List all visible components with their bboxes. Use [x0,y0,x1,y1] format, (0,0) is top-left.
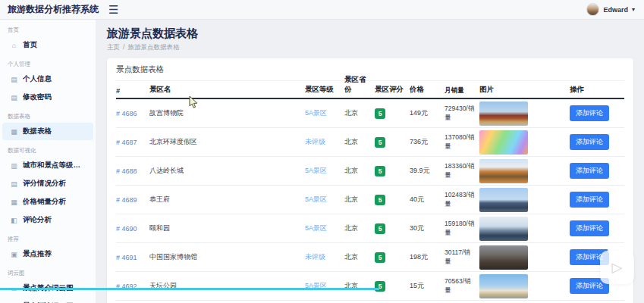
price: 30元 [410,223,445,233]
score-badge: 5 [375,252,385,263]
sidebar-item-profile[interactable]: ▤ 个人信息 [2,70,93,88]
monthly-sales: 70563/销量 [445,277,479,295]
sidebar-item-recommend[interactable]: ▣ 景点推荐 [2,245,93,263]
column-header: 价格 [410,85,445,95]
sidebar-section-label: 推荐 [8,236,88,243]
level-link[interactable]: 未评级 [305,253,325,261]
sidebar-item-chart-comment[interactable]: ◧ 评论分析 [2,211,93,229]
attraction-name: 颐和园 [149,223,305,233]
column-header: 图片 [479,85,570,95]
home-icon: ⌂ [10,42,18,49]
add-comment-button[interactable]: 添加评论 [570,163,609,179]
table-row: # 4690 颐和园 5A景区 北京 5 30元 159180/销量 添加评论 [116,214,624,243]
sidebar: 首页 ⌂ 首页 个人管理 ▤ 个人信息 ▤ 修改密码 数据表格 ▦ 数据表格 数… [0,20,96,303]
chart-price-icon: ▦ [10,198,18,206]
monthly-sales: 729430/销量 [445,105,479,122]
table-row: # 4691 中国国家博物馆 未评级 北京 5 198元 30117/销量 添加… [116,243,624,272]
sidebar-section-label: 个人管理 [8,61,88,68]
breadcrumb-home[interactable]: 主页 [107,43,120,52]
column-header: 景区等级 [305,85,344,95]
great-wall-photo [479,159,528,183]
table-row: # 4689 恭王府 5A景区 北京 5 40元 102483/销量 添加评论 [116,186,624,214]
universal-resort-photo [479,130,528,155]
table-row: # 4686 故宫博物院 5A景区 北京 5 149元 729430/销量 添加… [116,99,624,128]
province: 北京 [344,166,375,176]
sidebar-section-label: 首页 [8,27,88,34]
column-header: # [116,86,149,95]
main-content: 旅游景点数据表格 主页 / 旅游景点数据表格 景点数据表格 #景区名景区等级景区… [96,20,644,303]
add-comment-button[interactable]: 添加评论 [570,220,609,236]
add-comment-button[interactable]: 添加评论 [570,134,609,150]
column-header: 景区名 [149,85,305,95]
table-row: # 4688 八达岭长城 5A景区 北京 5 39.9元 183360/销量 添… [116,157,624,186]
sidebar-item-table[interactable]: ▦ 数据表格 [2,123,93,140]
chevron-down-icon: ▾ [632,6,635,13]
breadcrumb-separator: / [123,43,124,52]
row-id-link[interactable]: # 4686 [116,110,137,117]
row-id-link[interactable]: # 4689 [116,196,137,204]
add-comment-button[interactable]: 添加评论 [570,105,609,121]
user-menu[interactable]: Edward ▾ [586,3,644,16]
hamburger-menu-icon[interactable]: ☰ [108,4,118,15]
user-name: Edward [603,6,628,14]
level-link[interactable]: 5A景区 [305,224,327,232]
price: 736元 [410,137,445,147]
sidebar-item-chart-price[interactable]: ▦ 价格销量分析 [2,193,93,211]
top-bar: 旅游数据分析推荐系统 ☰ Edward ▾ [0,0,644,20]
level-link[interactable]: 5A景区 [305,109,327,117]
video-progress-bar[interactable] [0,288,379,290]
column-header: 景区评分 [375,85,410,95]
table-row: # 4692 天坛公园 5A景区 北京 5 15元 70563/销量 添加评论 [116,272,624,301]
table-icon: ▦ [10,128,18,136]
sidebar-item-chart-score[interactable]: ▤ 评分情况分析 [2,175,93,192]
price: 149元 [410,108,445,118]
sidebar-section-label: 数据可视化 [8,147,88,155]
password-icon: ▤ [10,94,18,102]
add-comment-button[interactable]: 添加评论 [570,192,609,208]
province: 北京 [344,223,375,233]
price: 15元 [410,281,445,291]
province: 北京 [344,252,375,262]
province: 北京 [344,195,375,205]
row-id-link[interactable]: # 4688 [116,167,137,175]
data-table-card: 景点数据表格 #景区名景区等级景区省份景区评分价格月销量图片操作 # 4686 … [107,58,633,303]
attraction-name: 八达岭长城 [149,166,305,176]
monthly-sales: 30117/销量 [445,248,479,266]
sidebar-item-wordcloud-comment[interactable]: ⊡ 景点评论词云图 [2,298,93,303]
score-badge: 5 [375,108,385,119]
chart-city-icon: ▥ [10,162,18,170]
score-badge: 5 [375,195,385,205]
score-badge: 5 [375,166,385,176]
score-badge: 5 [375,223,385,234]
sidebar-section-label: 数据表格 [8,113,88,120]
price: 39.9元 [410,166,445,176]
app-title: 旅游数据分析推荐系统 [0,3,96,16]
sidebar-item-password[interactable]: ▤ 修改密码 [2,89,93,106]
table-header: #景区名景区等级景区省份景区评分价格月销量图片操作 [116,81,624,99]
recommend-icon: ▣ [10,251,18,258]
column-header: 月销量 [445,86,479,95]
sidebar-item-chart-city[interactable]: ▥ 城市和景点等级分析 [2,157,93,174]
page-title: 旅游景点数据表格 [107,27,633,41]
level-link[interactable]: 5A景区 [305,167,327,174]
price: 40元 [410,195,445,205]
score-badge: 5 [375,137,385,148]
monthly-sales: 159180/销量 [445,220,479,237]
summer-palace-photo [479,217,528,241]
row-id-link[interactable]: # 4690 [116,225,137,233]
price: 198元 [410,252,445,262]
chart-score-icon: ▤ [10,180,18,188]
monthly-sales: 102483/销量 [445,191,479,208]
attraction-name: 故宫博物院 [149,108,305,118]
sidebar-item-home[interactable]: ⌂ 首页 [2,36,93,54]
table-row: # 4687 北京环球度假区 未评级 北京 5 736元 137080/销量 添… [116,128,624,157]
breadcrumb: 主页 / 旅游景点数据表格 [107,43,633,52]
floating-player-icon[interactable]: ▷ [600,251,634,284]
level-link[interactable]: 未评级 [305,138,325,145]
row-id-link[interactable]: # 4687 [116,139,137,146]
prince-gong-mansion-photo [479,188,528,212]
level-link[interactable]: 5A景区 [305,195,327,203]
profile-icon: ▤ [10,76,18,83]
row-id-link[interactable]: # 4691 [116,254,137,261]
user-avatar [586,3,599,16]
